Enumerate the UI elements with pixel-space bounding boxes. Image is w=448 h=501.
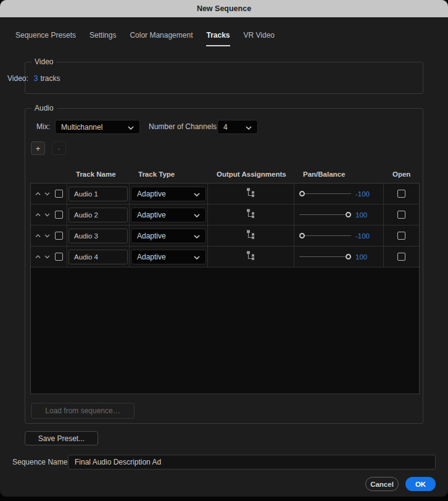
track-table: Adaptive -100 <box>30 183 420 394</box>
row-controls <box>31 204 67 225</box>
pan-slider[interactable] <box>299 212 351 217</box>
video-tracks-label: Video: <box>7 74 28 83</box>
track-row-1: Adaptive -100 <box>31 183 419 204</box>
track-open-checkbox[interactable] <box>397 232 405 240</box>
col-spacer <box>30 171 67 178</box>
pan-slider[interactable] <box>299 233 351 238</box>
track-open-checkbox[interactable] <box>397 253 405 261</box>
track-type-dropdown[interactable]: Adaptive <box>131 250 206 264</box>
pan-value[interactable]: -100 <box>355 232 370 240</box>
move-track-down-icon[interactable] <box>44 254 50 260</box>
number-of-channels-dropdown[interactable]: 4 <box>217 120 258 134</box>
pan-balance-cell: -100 <box>294 225 384 246</box>
ok-button[interactable]: OK <box>405 477 436 491</box>
tab-vr-video[interactable]: VR Video <box>244 31 275 46</box>
output-assignments-icon[interactable] <box>246 250 256 263</box>
number-of-channels-value: 4 <box>223 123 228 132</box>
video-tracks-line: Video:3tracks <box>7 74 60 83</box>
output-assignments-cell <box>208 204 294 225</box>
track-select-checkbox[interactable] <box>55 232 63 240</box>
move-track-up-icon[interactable] <box>35 191 41 197</box>
sequence-name-label: Sequence Name: <box>12 455 70 469</box>
track-name-input[interactable] <box>68 229 128 243</box>
sequence-name-input[interactable] <box>68 455 436 469</box>
tab-tracks[interactable]: Tracks <box>206 31 230 46</box>
track-table-header: Track Name Track Type Output Assignments… <box>30 171 420 178</box>
audio-group-legend: Audio <box>31 104 57 112</box>
track-type-value: Adaptive <box>137 232 166 240</box>
move-track-down-icon[interactable] <box>44 212 50 218</box>
video-group-legend: Video <box>31 57 56 66</box>
track-name-cell <box>67 204 130 225</box>
track-open-checkbox[interactable] <box>397 190 405 198</box>
add-track-button[interactable]: + <box>31 141 45 155</box>
pan-value[interactable]: 100 <box>355 253 367 261</box>
pan-balance-cell: 100 <box>294 204 384 225</box>
track-type-dropdown[interactable]: Adaptive <box>131 187 206 201</box>
col-open: Open <box>383 171 420 178</box>
output-assignments-icon[interactable] <box>246 229 256 242</box>
row-controls <box>31 183 67 204</box>
chevron-down-icon <box>194 211 200 219</box>
chevron-down-icon <box>194 232 200 240</box>
open-cell <box>384 225 419 246</box>
track-type-cell: Adaptive <box>130 246 208 267</box>
tab-sequence-presets[interactable]: Sequence Presets <box>15 31 76 46</box>
move-track-up-icon[interactable] <box>35 254 41 260</box>
track-row-2: Adaptive 100 <box>31 204 419 225</box>
pan-value[interactable]: -100 <box>355 190 370 198</box>
track-type-cell: Adaptive <box>130 225 208 246</box>
output-assignments-icon[interactable] <box>246 187 256 200</box>
pan-track-line <box>305 235 351 236</box>
tab-settings[interactable]: Settings <box>89 31 116 46</box>
pan-knob-icon[interactable] <box>299 233 305 238</box>
pan-slider[interactable] <box>299 191 351 196</box>
video-tracks-count[interactable]: 3 <box>34 74 38 83</box>
track-type-dropdown[interactable]: Adaptive <box>131 229 206 243</box>
pan-value[interactable]: 100 <box>355 211 367 219</box>
track-table-empty-area <box>31 267 419 394</box>
move-track-down-icon[interactable] <box>44 191 50 197</box>
open-cell <box>384 183 419 204</box>
track-name-cell <box>67 183 130 204</box>
titlebar[interactable]: New Sequence <box>0 0 448 17</box>
open-cell <box>384 246 419 267</box>
track-name-cell <box>67 246 130 267</box>
pan-balance-cell: -100 <box>294 183 384 204</box>
track-name-cell <box>67 225 130 246</box>
pan-slider[interactable] <box>299 254 351 259</box>
move-track-up-icon[interactable] <box>35 212 41 218</box>
move-track-up-icon[interactable] <box>35 233 41 239</box>
load-from-sequence-button[interactable]: Load from sequence… <box>31 403 135 419</box>
track-name-input[interactable] <box>68 187 128 201</box>
pan-knob-icon[interactable] <box>346 254 351 259</box>
track-select-checkbox[interactable] <box>55 211 63 219</box>
output-assignments-icon[interactable] <box>246 208 256 221</box>
tab-bar: Sequence Presets Settings Color Manageme… <box>15 31 275 46</box>
mix-label: Mix: <box>36 120 50 134</box>
track-name-input[interactable] <box>68 250 128 264</box>
chevron-down-icon <box>246 123 252 132</box>
track-name-input[interactable] <box>68 208 128 222</box>
track-select-checkbox[interactable] <box>55 253 63 261</box>
pan-knob-icon[interactable] <box>299 191 305 196</box>
move-track-down-icon[interactable] <box>44 233 50 239</box>
row-controls <box>31 225 67 246</box>
chevron-down-icon <box>194 190 200 198</box>
save-preset-button[interactable]: Save Preset... <box>25 431 98 445</box>
mix-dropdown[interactable]: Multichannel <box>55 120 140 134</box>
track-select-checkbox[interactable] <box>55 190 63 198</box>
cancel-button[interactable]: Cancel <box>365 477 399 491</box>
pan-knob-icon[interactable] <box>346 212 351 217</box>
col-output-assignments: Output Assignments <box>207 171 294 178</box>
track-open-checkbox[interactable] <box>397 211 405 219</box>
tab-color-management[interactable]: Color Management <box>130 31 193 46</box>
col-track-name: Track Name <box>67 171 129 178</box>
mix-value: Multichannel <box>61 123 102 132</box>
chevron-down-icon <box>128 123 134 132</box>
chevron-down-icon <box>194 253 200 261</box>
track-type-dropdown[interactable]: Adaptive <box>131 208 206 222</box>
col-pan-balance: Pan/Balance <box>294 171 383 178</box>
dialog-title: New Sequence <box>197 4 251 13</box>
remove-track-button[interactable]: - <box>52 141 66 155</box>
